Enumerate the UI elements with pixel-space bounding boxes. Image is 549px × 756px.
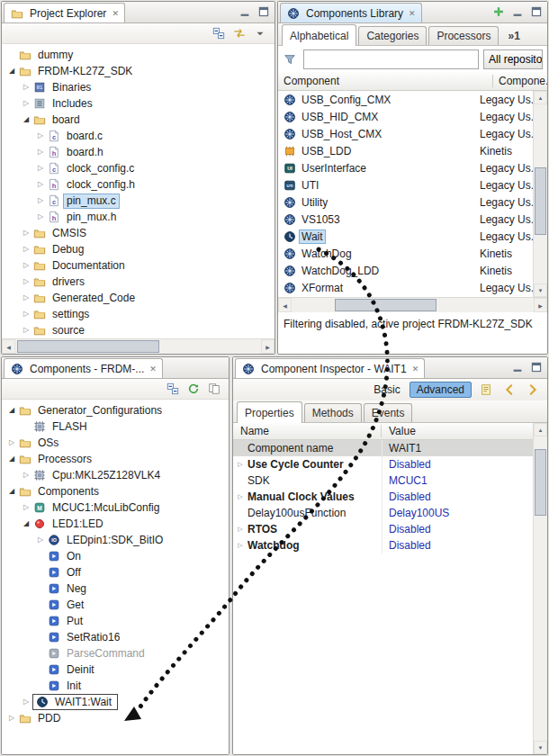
component-row-utility[interactable]: UtilityLegacy Us...	[278, 194, 547, 211]
scroll-thumb[interactable]	[17, 340, 159, 353]
tree-item-processors[interactable]: ◢Processors	[2, 451, 229, 467]
maximize-button[interactable]	[529, 4, 544, 18]
tab-events[interactable]: Events	[364, 403, 413, 422]
scroll-down-icon[interactable]: ▼	[534, 741, 547, 754]
generate-code-button[interactable]	[185, 381, 203, 397]
expander-collapsed-icon[interactable]: ▷	[34, 532, 47, 548]
tree-item-oss[interactable]: ▷OSs	[2, 435, 229, 451]
tree-item-put[interactable]: Put	[2, 613, 229, 629]
view-menu-button[interactable]	[252, 25, 270, 41]
component-row-usb-hid-cmx[interactable]: USB_HID_CMXLegacy Us...	[278, 108, 547, 125]
scroll-down-icon[interactable]: ▼	[534, 284, 547, 297]
tree-item-off[interactable]: Off	[2, 564, 229, 580]
expander-collapsed-icon[interactable]: ▷	[20, 306, 32, 322]
property-row-use-cycle-counter[interactable]: ▷Use Cycle CounterDisabled	[233, 456, 534, 472]
expander-collapsed-icon[interactable]: ▷	[20, 290, 32, 306]
tree-item-mcuc1-mculibconfig[interactable]: ▷MMCUC1:McuLibConfig	[2, 500, 229, 516]
tree-item-cpu-mkl25z128vlk4[interactable]: ▷Cpu:MKL25Z128VLK4	[2, 467, 229, 483]
tree-item-deinit[interactable]: Deinit	[2, 662, 229, 678]
library-table-header[interactable]: Component Compone...	[278, 72, 547, 91]
expander-expanded-icon[interactable]: ◢	[5, 402, 18, 418]
expander-collapsed-icon[interactable]: ▷	[20, 694, 32, 710]
expander-collapsed-icon[interactable]: ▷	[34, 128, 47, 144]
expander-collapsed-icon[interactable]: ▷	[233, 461, 248, 468]
tree-item-includes[interactable]: ▷Includes	[2, 95, 274, 112]
component-row-uti[interactable]: UTIUTILegacy Us...	[278, 176, 547, 194]
tab-1[interactable]: »1	[500, 27, 526, 45]
minimize-button[interactable]	[510, 4, 525, 18]
expander-collapsed-icon[interactable]: ▷	[20, 241, 32, 257]
column-header-value[interactable]: Value	[382, 425, 534, 437]
close-icon[interactable]: ✕	[412, 364, 419, 374]
expander-collapsed-icon[interactable]: ▷	[20, 225, 32, 241]
expander-expanded-icon[interactable]: ◢	[20, 112, 32, 128]
pe-horizontal-scrollbar[interactable]: ◀ ▶	[2, 338, 274, 354]
property-row-watchdog[interactable]: ▷WatchdogDisabled	[233, 537, 534, 554]
filter-funnel-icon[interactable]	[283, 52, 296, 66]
column-header-component[interactable]: Component	[278, 75, 493, 87]
component-row-vs1053[interactable]: VS1053Legacy Us...	[278, 211, 547, 228]
property-row-component-name[interactable]: Component nameWAIT1	[233, 440, 534, 456]
tree-item-neg[interactable]: Neg	[2, 580, 229, 597]
library-horizontal-scrollbar[interactable]: ◀ ▶	[278, 297, 547, 312]
tree-item-led1-led[interactable]: ◢LED1:LED	[2, 516, 229, 532]
tree-item-pin-mux-h[interactable]: ▷hpin_mux.h	[2, 209, 274, 225]
property-value[interactable]: Delay100US	[382, 507, 534, 519]
property-value[interactable]: WAIT1	[382, 442, 534, 454]
scroll-up-icon[interactable]: ▲	[534, 91, 547, 104]
tab-component-inspector[interactable]: Component Inspector - WAIT1 ✕	[235, 358, 425, 378]
filter-input[interactable]	[303, 50, 479, 69]
property-value[interactable]: MCUC1	[382, 474, 534, 487]
column-header-name[interactable]: Name	[233, 425, 382, 437]
maximize-button[interactable]	[529, 360, 544, 374]
collapse-all-button[interactable]	[165, 381, 183, 397]
tree-item-drivers[interactable]: ▷drivers	[2, 274, 274, 290]
component-row-usb-config-cmx[interactable]: USB_Config_CMXLegacy Us...	[278, 91, 547, 108]
property-row-sdk[interactable]: SDKMCUC1	[233, 472, 534, 489]
maximize-button[interactable]	[256, 4, 271, 18]
scroll-left-icon[interactable]: ◀	[2, 339, 15, 354]
tree-item-on[interactable]: On	[2, 548, 229, 564]
expander-collapsed-icon[interactable]: ▷	[20, 274, 32, 290]
scroll-track[interactable]	[15, 339, 261, 354]
component-row-watchdog[interactable]: WatchDogKinetis	[278, 245, 547, 262]
expander-collapsed-icon[interactable]: ▷	[34, 193, 47, 209]
component-row-userinterface[interactable]: UIUserInterfaceLegacy Us...	[278, 159, 547, 176]
tree-item-debug[interactable]: ▷Debug	[2, 241, 274, 257]
component-row-wait[interactable]: WaitLegacy Us...	[278, 228, 547, 245]
copy-button[interactable]	[206, 381, 224, 397]
column-header-category[interactable]: Compone...	[493, 75, 547, 87]
scroll-thumb[interactable]	[535, 167, 546, 236]
advanced-mode-button[interactable]: Advanced	[410, 382, 472, 398]
component-row-xformat[interactable]: XFormatLegacy Us...	[278, 279, 547, 296]
property-value[interactable]: Disabled	[382, 539, 534, 552]
property-value[interactable]: Disabled	[382, 458, 534, 471]
collapse-all-button[interactable]	[211, 25, 229, 41]
scroll-track[interactable]	[292, 298, 534, 312]
minimize-button[interactable]	[238, 4, 252, 18]
property-row-delay100usfunction[interactable]: Delay100usFunctionDelay100US	[233, 505, 534, 521]
close-icon[interactable]: ✕	[409, 9, 416, 18]
component-row-usb-ldd[interactable]: USB_LDDKinetis	[278, 142, 547, 159]
tree-item-clock-config-c[interactable]: ▷cclock_config.c	[2, 160, 274, 176]
tab-components-library[interactable]: Components Library ✕	[280, 3, 422, 22]
expander-collapsed-icon[interactable]: ▷	[20, 95, 32, 112]
tree-item-board-h[interactable]: ▷hboard.h	[2, 144, 274, 160]
tab-properties[interactable]: Properties	[237, 401, 302, 423]
expander-collapsed-icon[interactable]: ▷	[34, 144, 47, 160]
link-with-editor-button[interactable]	[231, 25, 249, 41]
tree-item-clock-config-h[interactable]: ▷hclock_config.h	[2, 176, 274, 193]
expander-collapsed-icon[interactable]: ▷	[34, 160, 47, 176]
library-vertical-scrollbar[interactable]: ▲ ▼	[533, 91, 547, 297]
expander-expanded-icon[interactable]: ◢	[20, 516, 32, 532]
expander-collapsed-icon[interactable]: ▷	[20, 322, 32, 338]
scroll-thumb[interactable]	[535, 449, 546, 516]
inspector-table-header[interactable]: Name Value	[233, 423, 534, 440]
expander-collapsed-icon[interactable]: ▷	[34, 176, 47, 193]
expander-collapsed-icon[interactable]: ▷	[20, 257, 32, 274]
tree-item-wait1-wait[interactable]: ▷WAIT1:Wait	[2, 694, 229, 710]
scroll-track[interactable]	[534, 104, 547, 284]
tab-categories[interactable]: Categories	[358, 26, 427, 45]
tree-item-pin-mux-c[interactable]: ▷cpin_mux.c	[2, 193, 274, 209]
tree-item-dummy[interactable]: dummy	[2, 47, 274, 63]
